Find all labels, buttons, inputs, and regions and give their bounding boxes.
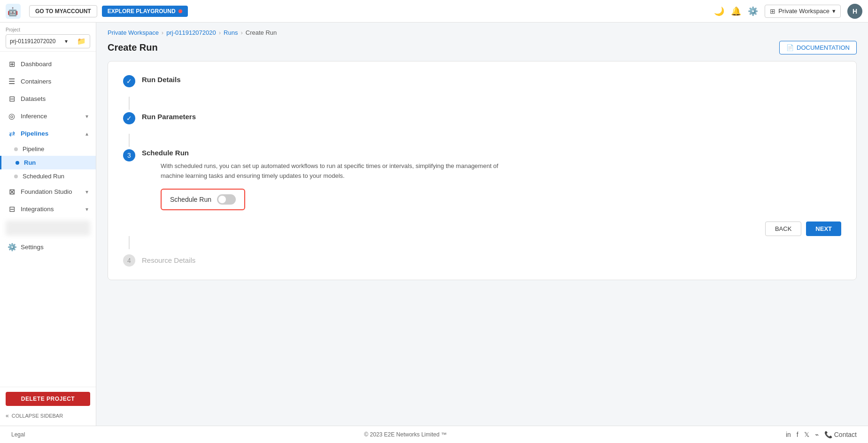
action-buttons: BACK NEXT <box>123 222 841 236</box>
collapse-sidebar-label: COLLAPSE SIDEBAR <box>12 413 63 419</box>
delete-project-button[interactable]: DELETE PROJECT <box>6 392 90 406</box>
phone-icon: 📞 <box>824 431 832 438</box>
project-dropdown-chevron: ▾ <box>65 38 68 45</box>
schedule-run-toggle[interactable] <box>217 194 236 205</box>
workspace-selector[interactable]: ⊞ Private Workspace ▾ <box>765 5 841 18</box>
footer-copyright: © 2023 E2E Networks Limited ™ <box>364 431 447 438</box>
sidebar-item-integrations[interactable]: ⊟ Integrations ▾ <box>0 200 96 218</box>
doc-icon: 📄 <box>786 44 794 51</box>
top-navigation: 🤖 GO TO MYACCOUNT EXPLORE PLAYGROUND 🌙 🔔… <box>0 0 868 23</box>
integrations-icon: ⊟ <box>8 205 16 214</box>
breadcrumb: Private Workspace › prj-011912072020 › R… <box>96 23 868 36</box>
project-select-area: Project prj-011912072020 ▾ 📁 <box>0 23 96 52</box>
logo: 🤖 <box>6 4 21 19</box>
sidebar-item-label: Inference <box>21 113 47 120</box>
contact-link[interactable]: 📞 Contact <box>824 431 857 438</box>
step-schedule-run-label: Schedule Run <box>142 148 189 157</box>
page-title: Create Run <box>108 42 158 53</box>
explore-playground-button[interactable]: EXPLORE PLAYGROUND <box>102 6 188 17</box>
breadcrumb-runs[interactable]: Runs <box>224 29 238 36</box>
facebook-icon[interactable]: f <box>797 431 798 438</box>
rss-icon[interactable]: ⌁ <box>815 431 819 438</box>
pipelines-chevron-icon: ▴ <box>85 130 88 137</box>
schedule-toggle-box: Schedule Run <box>161 189 245 210</box>
inference-chevron-icon: ▾ <box>85 113 88 120</box>
scheduled-run-dot <box>14 175 18 178</box>
twitter-icon[interactable]: 𝕏 <box>804 431 809 438</box>
containers-icon: ☰ <box>8 77 16 86</box>
sidebar-subitem-label: Scheduled Run <box>23 173 64 180</box>
footer: Legal © 2023 E2E Networks Limited ™ in f… <box>0 426 868 443</box>
sidebar-item-foundation-studio[interactable]: ⊠ Foundation Studio ▾ <box>0 183 96 200</box>
page-header: Create Run 📄 DOCUMENTATION <box>96 36 868 61</box>
workspace-icon: ⊞ <box>770 8 775 15</box>
breadcrumb-sep-1: › <box>162 29 163 36</box>
schedule-run-description: With scheduled runs, you can set up auto… <box>161 161 518 181</box>
sidebar-item-label: Settings <box>21 244 44 251</box>
back-button[interactable]: BACK <box>765 222 801 236</box>
playground-dot <box>178 9 182 13</box>
pipelines-submenu: Pipeline Run Scheduled Run <box>0 142 96 183</box>
breadcrumb-workspace[interactable]: Private Workspace <box>108 29 159 36</box>
sidebar-item-containers[interactable]: ☰ Containers <box>0 73 96 90</box>
sidebar-subitem-pipeline[interactable]: Pipeline <box>0 142 96 156</box>
breadcrumb-project[interactable]: prj-011912072020 <box>166 29 216 36</box>
settings-nav-icon: ⚙️ <box>8 243 16 252</box>
footer-legal[interactable]: Legal <box>11 431 25 438</box>
create-run-card: ✓ Run Details ✓ Run Parameters 3 Schedul… <box>108 61 857 280</box>
user-avatar-button[interactable]: H <box>847 4 862 19</box>
step-connector-3 <box>129 236 130 249</box>
sidebar-item-label: Integrations <box>21 206 54 213</box>
collapse-arrow-icon: « <box>6 412 9 419</box>
next-button[interactable]: NEXT <box>806 222 841 236</box>
settings-icon[interactable]: ⚙️ <box>748 6 758 16</box>
schedule-run-section: With scheduled runs, you can set up auto… <box>161 161 841 210</box>
sidebar-navigation: ⊞ Dashboard ☰ Containers ⊟ Datasets ◎ In… <box>0 52 96 387</box>
breadcrumb-sep-3: › <box>240 29 242 36</box>
step-resource-details: 4 Resource Details <box>123 254 841 267</box>
foundation-studio-chevron-icon: ▾ <box>85 189 88 195</box>
breadcrumb-sep-2: › <box>219 29 221 36</box>
folder-icon: 📁 <box>77 37 86 46</box>
collapse-sidebar-button[interactable]: « COLLAPSE SIDEBAR <box>6 411 90 421</box>
project-selector[interactable]: prj-011912072020 ▾ 📁 <box>6 34 90 48</box>
sidebar-item-pipelines[interactable]: ⇄ Pipelines ▴ <box>0 125 96 142</box>
step-schedule-run-icon: 3 <box>123 149 135 161</box>
sidebar-item-datasets[interactable]: ⊟ Datasets <box>0 90 96 107</box>
sidebar-item-dashboard[interactable]: ⊞ Dashboard <box>0 55 96 73</box>
toggle-slider <box>217 194 236 205</box>
dark-mode-icon[interactable]: 🌙 <box>714 6 724 16</box>
project-label: Project <box>6 27 90 32</box>
main-layout: Project prj-011912072020 ▾ 📁 ⊞ Dashboard… <box>0 23 868 426</box>
sidebar-item-inference[interactable]: ◎ Inference ▾ <box>0 107 96 125</box>
pipelines-icon: ⇄ <box>8 129 16 138</box>
foundation-studio-icon: ⊠ <box>8 187 16 196</box>
step-run-parameters-label: Run Parameters <box>142 112 196 121</box>
sidebar-item-label: Datasets <box>21 95 46 102</box>
sidebar-subitem-scheduled-run[interactable]: Scheduled Run <box>0 169 96 183</box>
step-schedule-run-content: Schedule Run With scheduled runs, you ca… <box>142 149 841 210</box>
sidebar-item-label: Containers <box>21 78 51 85</box>
documentation-button[interactable]: 📄 DOCUMENTATION <box>779 41 857 54</box>
sidebar: Project prj-011912072020 ▾ 📁 ⊞ Dashboard… <box>0 23 96 426</box>
schedule-toggle-label: Schedule Run <box>170 196 211 203</box>
step-schedule-run: 3 Schedule Run With scheduled runs, you … <box>123 149 841 210</box>
explore-playground-label: EXPLORE PLAYGROUND <box>108 8 176 15</box>
breadcrumb-current: Create Run <box>246 29 277 36</box>
sidebar-subitem-run[interactable]: Run <box>0 156 96 169</box>
datasets-icon: ⊟ <box>8 94 16 103</box>
notifications-icon[interactable]: 🔔 <box>731 6 741 16</box>
linkedin-icon[interactable]: in <box>786 431 791 438</box>
footer-social: in f 𝕏 ⌁ 📞 Contact <box>786 431 857 438</box>
dashboard-icon: ⊞ <box>8 60 16 69</box>
blurred-nav-item <box>6 221 90 236</box>
step-resource-details-icon: 4 <box>123 254 135 267</box>
integrations-chevron-icon: ▾ <box>85 206 88 213</box>
sidebar-bottom: DELETE PROJECT « COLLAPSE SIDEBAR <box>0 387 96 426</box>
step-resource-details-label: Resource Details <box>142 256 195 264</box>
sidebar-subitem-label: Pipeline <box>23 145 44 153</box>
sidebar-item-label: Foundation Studio <box>21 188 72 195</box>
main-content: Private Workspace › prj-011912072020 › R… <box>96 23 868 426</box>
go-to-myaccount-button[interactable]: GO TO MYACCOUNT <box>29 5 97 17</box>
sidebar-item-settings[interactable]: ⚙️ Settings <box>0 238 96 256</box>
